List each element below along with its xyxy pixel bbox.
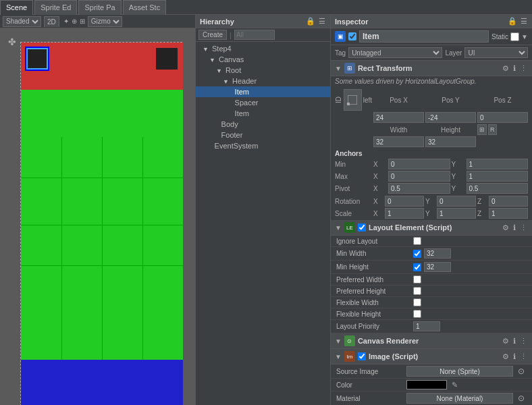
tree-item-eventsystem[interactable]: EventSystem: [196, 140, 330, 151]
scale-y-input[interactable]: [437, 208, 476, 219]
item-enabled-checkbox[interactable]: [348, 32, 356, 40]
arrow-root: ▼: [216, 68, 222, 74]
scale-z-input[interactable]: [489, 208, 528, 219]
static-dropdown-icon: ▼: [521, 33, 528, 40]
scale-x-input[interactable]: [385, 208, 424, 219]
tag-select[interactable]: Untagged: [348, 47, 442, 58]
anchor-max-x-input[interactable]: [388, 171, 450, 182]
flexible-height-row: Flexible Height: [331, 308, 532, 320]
tree-item-spacer[interactable]: Spacer: [196, 97, 330, 108]
preferred-width-checkbox[interactable]: [413, 275, 421, 284]
tree-item-footer[interactable]: Footer: [196, 130, 330, 140]
width-height-r-btn[interactable]: R: [488, 124, 497, 135]
layout-priority-input[interactable]: [413, 321, 440, 331]
hierarchy-search[interactable]: [234, 30, 275, 40]
static-checkbox[interactable]: [510, 32, 519, 41]
layout-element-section[interactable]: ▼ LE Layout Element (Script) ⚙ ℹ ⋮: [331, 220, 532, 236]
hierarchy-menu-btn[interactable]: ☰: [318, 17, 326, 26]
tree-label-eventsystem: EventSystem: [215, 142, 259, 150]
tree-item-canvas[interactable]: ▼ Canvas: [196, 54, 330, 65]
image-section-header[interactable]: ▼ Im Image (Script) ⚙ ℹ ⋮: [331, 349, 532, 364]
inspector-lock-btn[interactable]: 🔒: [507, 17, 518, 26]
tab-sprite-pa[interactable]: Sprite Pa: [78, 0, 121, 15]
tree-label-item2: Item: [235, 109, 249, 117]
scene-icon-fx: ⊕: [72, 18, 77, 25]
min-width-input[interactable]: [424, 248, 451, 259]
rect-icon: ⊞: [344, 63, 355, 74]
ignore-layout-checkbox[interactable]: [413, 237, 421, 245]
pivot-label: Pivot: [335, 185, 372, 192]
tree-item-step4[interactable]: ▼ Step4: [196, 43, 330, 54]
anchor-min-y-input[interactable]: [467, 159, 529, 169]
material-btn[interactable]: None (Material): [406, 393, 513, 404]
scene-2d-btn[interactable]: 2D: [44, 16, 59, 27]
tab-sprite-ed[interactable]: Sprite Ed: [34, 0, 77, 15]
item-selected[interactable]: [26, 48, 48, 70]
tree-item-item1[interactable]: Item: [196, 86, 330, 97]
inspector-menu-btn[interactable]: ☰: [520, 17, 528, 26]
anchor-min-y-label: Y: [452, 161, 465, 168]
tree-item-body[interactable]: Body: [196, 119, 330, 130]
rect-settings-btn[interactable]: ⚙: [502, 64, 510, 73]
pivot-y-input[interactable]: [467, 183, 529, 194]
pos-z-input[interactable]: [477, 112, 528, 123]
anchor-max-y-input[interactable]: [467, 171, 529, 182]
color-edit-btn[interactable]: ✎: [450, 380, 459, 389]
image-info-btn[interactable]: ℹ: [512, 352, 516, 361]
rect-transform-section[interactable]: ▼ ⊞ Rect Transform ⚙ ℹ ⋮: [331, 61, 532, 76]
width-height-expand-btn[interactable]: ⊞: [477, 124, 487, 135]
item-name-field[interactable]: Item: [359, 30, 489, 43]
canvas-renderer-section[interactable]: ▼ ⊙ Canvas Renderer ⚙ ℹ ⋮: [331, 333, 532, 349]
create-btn[interactable]: Create: [198, 30, 227, 40]
tab-asset-stc[interactable]: Asset Stc: [123, 0, 166, 15]
tree-item-header[interactable]: ▼ Header: [196, 76, 330, 86]
tree-item-root[interactable]: ▼ Root: [196, 65, 330, 76]
rot-z-label: Z: [477, 198, 487, 205]
canvas-settings-btn[interactable]: ⚙: [502, 337, 510, 346]
flexible-height-checkbox[interactable]: [413, 310, 421, 318]
flexible-width-checkbox[interactable]: [413, 298, 421, 306]
rot-y-input[interactable]: [437, 196, 476, 207]
gizmo-select[interactable]: Gizmo: [88, 16, 122, 27]
layer-select[interactable]: UI: [464, 47, 528, 58]
min-width-checkbox[interactable]: [413, 250, 421, 258]
pivot-x-input[interactable]: [388, 183, 450, 194]
preferred-height-checkbox[interactable]: [413, 287, 421, 295]
image-settings-btn[interactable]: ⚙: [502, 352, 510, 361]
image-more-btn[interactable]: ⋮: [519, 352, 528, 361]
rot-x-input[interactable]: [385, 196, 424, 207]
height-input[interactable]: [425, 136, 476, 147]
width-input[interactable]: [373, 136, 424, 147]
driven-msg: Some values driven by HorizontalLayoutGr…: [331, 76, 532, 88]
tab-scene[interactable]: Scene: [0, 0, 33, 15]
material-select-btn[interactable]: ⊙: [516, 393, 527, 404]
pos-x-input[interactable]: [373, 112, 424, 123]
hierarchy-toolbar: Create |: [196, 28, 330, 42]
min-height-input[interactable]: [424, 262, 451, 272]
inspector-title: Inspector: [335, 18, 369, 26]
canvas-more-btn[interactable]: ⋮: [519, 337, 528, 346]
layout-settings-btn[interactable]: ⚙: [502, 223, 510, 232]
scale-y-label: Y: [425, 210, 435, 217]
image-enabled-checkbox[interactable]: [358, 352, 366, 360]
hierarchy-lock-btn[interactable]: 🔒: [305, 17, 316, 26]
source-image-btn[interactable]: None (Sprite): [406, 366, 513, 377]
arrow-item1: [230, 89, 232, 96]
min-height-checkbox[interactable]: [413, 263, 421, 271]
pos-y-input[interactable]: [425, 112, 476, 123]
shader-select[interactable]: Shaded: [3, 16, 41, 27]
anchor-min-x-input[interactable]: [388, 159, 450, 169]
layout-enabled-checkbox[interactable]: [358, 223, 366, 232]
anchor-widget[interactable]: [344, 89, 362, 111]
canvas-info-btn[interactable]: ℹ: [512, 337, 516, 346]
scene-canvas[interactable]: ✤: [0, 28, 195, 405]
source-image-select-btn[interactable]: ⊙: [516, 366, 527, 377]
color-preview[interactable]: [406, 380, 447, 389]
anchor-max-x-label: X: [373, 173, 387, 180]
layout-info-btn[interactable]: ℹ: [512, 223, 516, 232]
tree-item-item2[interactable]: Item: [196, 108, 330, 119]
layout-more-btn[interactable]: ⋮: [519, 223, 528, 232]
rect-more-btn[interactable]: ⋮: [519, 64, 528, 73]
rot-z-input[interactable]: [489, 196, 528, 207]
rect-info-btn[interactable]: ℹ: [512, 64, 516, 73]
